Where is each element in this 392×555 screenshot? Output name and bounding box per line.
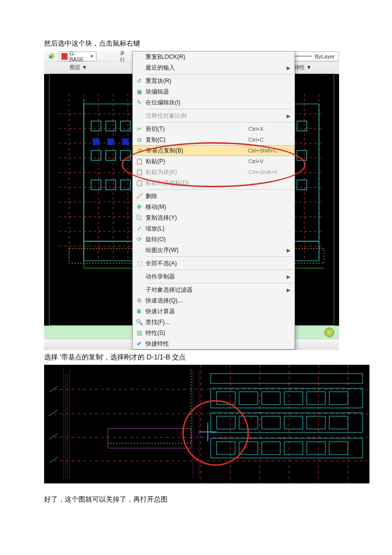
svg-rect-21: [106, 121, 116, 131]
paragraph-1: 然后选中这个块，点击鼠标右键: [44, 39, 348, 48]
svg-text:D-1: D-1: [250, 436, 255, 440]
menu-deselect-all[interactable]: ⬚全部不选(A): [133, 258, 294, 269]
paste-icon: 📋: [133, 156, 146, 167]
deselect-icon: ⬚: [133, 258, 146, 269]
svg-text:D-1: D-1: [309, 436, 314, 440]
move-icon: ✥: [133, 202, 146, 212]
layer-panel-label[interactable]: 图层 ▼: [68, 63, 89, 72]
svg-rect-25: [121, 151, 130, 160]
calc-icon: 🖩: [133, 306, 146, 317]
menu-repeat-block[interactable]: 重复BLOCK(R): [133, 51, 294, 62]
menu-action-recorder[interactable]: 动作录制器▶: [133, 271, 294, 282]
menu-delete[interactable]: 🧹删除: [133, 191, 294, 202]
check-icon: ✔: [133, 338, 146, 349]
delete-icon: 🧹: [133, 191, 146, 202]
props-icon: ▤: [133, 328, 146, 338]
menu-move[interactable]: ✥移动(M): [133, 202, 294, 212]
rotate-icon: ⟳: [133, 234, 146, 245]
menu-paste-orig[interactable]: 📋粘贴到原坐标(D): [133, 177, 294, 188]
menu-find[interactable]: 🔍查找(F)...: [133, 317, 294, 328]
svg-rect-27: [106, 180, 116, 190]
svg-rect-20: [91, 121, 101, 131]
multiline-label: 多行: [118, 52, 131, 61]
menu-properties[interactable]: ▤特性(S): [133, 328, 294, 338]
svg-rect-47: [44, 365, 369, 483]
bylayer-text: ByLayer: [315, 53, 335, 59]
gear-icon[interactable]: [324, 328, 334, 337]
props-panel-label[interactable]: 特性 ▼: [292, 63, 314, 72]
find-icon: 🔍: [133, 317, 146, 328]
svg-rect-24: [106, 151, 116, 160]
svg-rect-32: [297, 121, 307, 131]
menu-edit-in-place[interactable]: ✎在位编辑块(I): [133, 97, 294, 108]
menu-recent-input[interactable]: 最近的输入▶: [133, 62, 294, 73]
menu-rotate[interactable]: ⟳旋转(O): [133, 234, 294, 245]
menu-reset-block[interactable]: ↺重置块(R): [133, 76, 294, 86]
menu-paste[interactable]: 📋粘贴(P)Ctrl+V: [133, 156, 294, 167]
svg-rect-42: [107, 138, 114, 145]
screenshot-1: 🧩 G-BASE ▼ 多行 文字 ▼ ▦ 表格 插入 ▼ ✎ 编辑属性: [44, 51, 339, 350]
edit-in-place-icon: ✎: [133, 97, 146, 108]
copy-sel-icon: ⿻: [133, 212, 146, 223]
menu-cut[interactable]: ✂剪切(T)Ctrl+X: [133, 124, 294, 134]
menu-quick-properties[interactable]: ✔快捷特性: [133, 338, 294, 349]
layer-combo-text: G-BASE: [70, 51, 88, 62]
menu-annot-scale[interactable]: 注释性对象比例▶: [133, 110, 294, 121]
menu-copy[interactable]: ⧉复制(C)Ctrl+C: [133, 134, 294, 145]
svg-rect-28: [121, 180, 130, 190]
cut-icon: ✂: [133, 124, 146, 134]
scale-icon: ⤢: [133, 223, 146, 234]
block-editor-icon: ▣: [133, 86, 146, 97]
paragraph-2: 选择 '带基点的复制'，选择刚才的 D-1/1-B 交点: [44, 353, 348, 362]
menu-paste-as-block[interactable]: 📋粘贴为块(K)Ctrl+Shift+V: [133, 167, 294, 177]
copy-base-icon: ⧉: [133, 145, 146, 156]
menu-quick-select[interactable]: ⚙快速选择(Q)...: [133, 295, 294, 306]
copy-icon: ⧉: [133, 134, 146, 145]
svg-rect-22: [121, 121, 130, 131]
menu-draw-order[interactable]: 绘图次序(W)▶: [133, 245, 294, 255]
context-menu: 重复BLOCK(R) 最近的输入▶ ↺重置块(R) ▣块编辑器 ✎在位编辑块(I…: [132, 51, 295, 350]
layer-combo[interactable]: G-BASE ▼: [59, 51, 97, 61]
svg-rect-40: [297, 180, 307, 190]
menu-subobj-filter[interactable]: 子对象选择过滤器▶: [133, 284, 294, 295]
menu-block-editor[interactable]: ▣块编辑器: [133, 86, 294, 97]
layer-icon[interactable]: 🧩: [46, 52, 57, 61]
menu-quick-calc[interactable]: 🖩快速计算器: [133, 306, 294, 317]
paste-orig-icon: 📋: [133, 177, 146, 188]
screenshot-2: D-1D-1 D-1D-1: [44, 365, 369, 483]
svg-rect-26: [91, 180, 101, 190]
quick-select-icon: ⚙: [133, 295, 146, 306]
menu-copy-selection[interactable]: ⿻复制选择(Y): [133, 212, 294, 223]
svg-rect-23: [91, 151, 101, 160]
paste-block-icon: 📋: [133, 167, 146, 177]
paragraph-3: 好了，这个图就可以关掉了，再打开总图: [44, 495, 348, 504]
reset-icon: ↺: [133, 76, 146, 86]
menu-scale[interactable]: ⤢缩放(L): [133, 223, 294, 234]
svg-text:D-1: D-1: [220, 436, 226, 440]
svg-rect-41: [93, 138, 99, 145]
svg-rect-36: [297, 151, 307, 160]
svg-rect-43: [122, 138, 129, 145]
menu-copy-with-base[interactable]: ⧉带基点复制(B)Ctrl+Shift+C: [133, 145, 294, 156]
svg-text:D-1: D-1: [279, 436, 285, 440]
